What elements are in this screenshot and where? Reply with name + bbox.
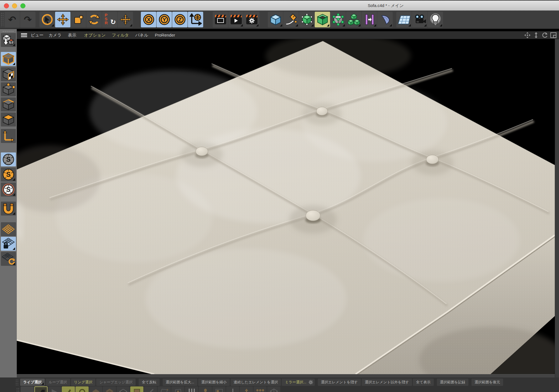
arrow-tool-button[interactable] [48,386,61,392]
array-button[interactable] [346,12,361,27]
menu-panel[interactable]: パネル [135,33,148,38]
pen-tool-button[interactable] [62,386,75,392]
restore-selection-command[interactable]: 選択範囲を復元 [472,379,503,386]
poly-tool-button[interactable] [267,386,280,392]
invert-all-command[interactable]: 全て反転 [139,379,159,386]
loop-selection-command[interactable]: ループ選択 [46,379,70,386]
hide-unselected-command[interactable]: 選択エレメント以外を隠す [362,379,412,386]
zoom-view-icon[interactable] [533,32,539,38]
pencil-tool-button[interactable] [144,386,157,392]
toggle-maximize-view-icon[interactable] [550,32,556,38]
quad-tool-button[interactable] [130,386,143,392]
axis-mode-button[interactable] [1,129,16,143]
arrow-up-tool-button[interactable] [240,386,253,392]
floor-button[interactable] [396,12,412,27]
lattice-button[interactable] [330,12,346,27]
polygon-tool-1-button[interactable] [89,386,102,392]
spline-boolean-icon [363,13,376,26]
tool-row-drag-handle[interactable] [16,388,20,392]
ring-selection-command[interactable]: リング選択 [71,379,96,386]
shrink-selection-command[interactable]: 選択範囲を縮小 [198,379,230,386]
coordinate-system-button[interactable] [188,12,203,27]
polygon-tool-3-button[interactable] [117,386,130,392]
sharp-edge-selection-command[interactable]: シャープエッジ選択 [96,379,136,386]
record-selection-command[interactable]: 選択範囲を記録 [437,379,468,386]
minimize-button[interactable] [12,3,17,8]
bars-tool-button[interactable] [185,386,198,392]
edge-mode-button[interactable] [1,97,16,111]
snap-settings-button[interactable]: S [1,168,16,181]
render-view-icon [215,15,226,24]
snap-3d-button[interactable]: S [1,183,16,197]
move-tool-button[interactable] [55,12,70,27]
redo-button[interactable]: ↷ [20,12,35,27]
spline-boolean-button[interactable] [362,12,377,27]
render-settings-button[interactable] [244,12,259,27]
metaball-button[interactable] [377,12,393,27]
lock-y-axis-button[interactable]: Y [157,12,172,27]
camera-icon [413,14,426,25]
show-all-command[interactable]: 全て表示 [413,379,434,386]
psr-reset-button[interactable]: P S R ↻ [102,12,117,27]
mirror-selection-command[interactable]: ミラー選択... [282,379,314,386]
add-cube-button[interactable] [268,12,283,27]
viewport-menu-icon[interactable] [21,33,27,37]
extrude-button[interactable] [315,12,330,27]
hide-selected-command[interactable]: 選択エレメントを隠す [318,379,361,386]
points-mode-button[interactable] [1,82,16,96]
zoom-button[interactable] [20,3,25,8]
menu-view[interactable]: ビュー [31,33,44,38]
align-workplane-button[interactable] [1,252,16,266]
sofa-cushion-render [17,39,555,374]
lock-x-axis-button[interactable]: X [141,12,156,27]
bar-tool-button[interactable] [226,386,239,392]
magnet-button[interactable] [1,202,16,216]
menu-filter[interactable]: フィルタ [112,33,129,38]
pin-tool-button[interactable] [171,386,184,392]
lock-z-axis-button[interactable]: Z [172,12,188,27]
light-button[interactable] [428,12,443,27]
live-selection-command[interactable]: ライブ選択 [20,379,45,386]
undo-button[interactable]: ↶ [4,12,20,27]
menu-camera[interactable]: カメラ [49,33,61,38]
live-selection-button[interactable] [39,12,55,27]
rotate-tool-button[interactable] [86,12,102,27]
snap-enable-button[interactable]: S [1,152,16,166]
dots-tool-button[interactable] [254,386,267,392]
pan-view-icon[interactable] [524,32,530,38]
render-view-button[interactable] [213,12,228,27]
spacer-tool-button[interactable] [21,386,34,392]
knife-tool-button[interactable] [34,386,48,392]
select-connected-command[interactable]: 連続したエレメントを選択 [231,379,281,386]
rect-tool-button[interactable] [212,386,226,392]
subdivision-surface-button[interactable] [299,12,314,27]
menu-prorender[interactable]: ProRender [155,33,175,37]
cube-icon [269,13,282,26]
workplane-button[interactable] [1,222,16,236]
model-mode-button[interactable] [1,52,16,66]
points-mode-icon [2,83,15,95]
menu-options[interactable]: オプション [84,33,106,38]
camera-button[interactable] [412,12,427,27]
rect-icon [215,388,223,392]
3d-viewport[interactable] [17,39,555,374]
rotate-view-icon[interactable] [542,32,548,38]
outline-tool-button[interactable] [158,386,171,392]
close-button[interactable] [4,3,9,8]
render-picture-viewer-button[interactable] [228,12,244,27]
axis-move-button[interactable] [118,12,133,27]
menu-display[interactable]: 表示 [68,33,76,38]
polygon-tool-2-button[interactable] [103,386,116,392]
dot-tool-button[interactable] [199,386,212,392]
poly-icon [269,388,278,392]
polygon-mode-button[interactable] [1,113,16,126]
texture-mode-button[interactable] [1,67,16,81]
pen-spline-button[interactable] [283,12,299,27]
lock-workplane-button[interactable] [1,237,16,251]
scale-tool-button[interactable] [71,12,86,27]
toolbar-drag-handle[interactable] [1,12,4,27]
circle-tool-button[interactable] [75,386,89,392]
grow-selection-command[interactable]: 選択範囲を拡大... [163,379,197,386]
make-editable-button[interactable] [1,33,16,47]
command-bar-drag-handle[interactable] [15,379,19,386]
